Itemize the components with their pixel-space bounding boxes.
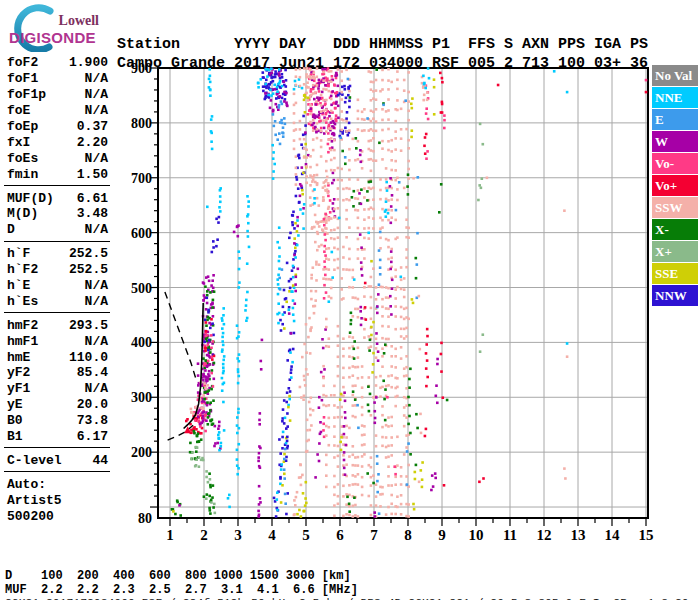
echo-cluster-nne	[206, 206, 209, 209]
y-tick-label: 700	[131, 171, 152, 186]
y-tick-label: 600	[131, 226, 152, 241]
x-tick-label: 5	[302, 527, 310, 543]
x-tick-label: 6	[336, 527, 344, 543]
x-tick-label: 4	[268, 527, 276, 543]
x-tick-label: 11	[503, 527, 517, 543]
y-tick-label: 80	[138, 511, 152, 526]
echo-cluster-vo-	[386, 396, 389, 399]
y-tick-label: 200	[131, 445, 152, 460]
x-tick-label: 10	[469, 527, 484, 543]
muf-scale-row: MUF 2.2 2.2 2.3 2.5 2.7 3.1 4.1 6.6 [MHz…	[5, 583, 358, 597]
ionogram-app: Lowell DIGISONDE Station YYYY DAY DDD HH…	[0, 0, 700, 600]
y-tick-label: 500	[131, 281, 152, 296]
x-tick-label: 15	[639, 527, 654, 543]
y-tick-label: 400	[131, 335, 152, 350]
x-tick-label: 14	[605, 527, 621, 543]
y-tick-label: 900	[131, 61, 152, 76]
plot-area	[158, 68, 648, 518]
x-tick-label: 8	[404, 527, 412, 543]
echo-cluster-vo+	[443, 484, 446, 487]
x-tick-label: 2	[200, 527, 208, 543]
ionogram-plot: 9008007006005004003002008012345678910111…	[0, 0, 700, 600]
y-tick-label: 300	[131, 390, 152, 405]
x-tick-label: 7	[370, 527, 378, 543]
distance-scale-row: D 100 200 400 600 800 1000 1500 3000 [km…	[5, 569, 351, 583]
x-tick-label: 13	[571, 527, 586, 543]
x-tick-label: 12	[537, 527, 552, 543]
x-tick-label: 9	[438, 527, 446, 543]
x-tick-label: 1	[166, 527, 174, 543]
echo-cluster-ssw	[412, 177, 415, 180]
x-tick-label: 3	[234, 527, 242, 543]
y-tick-label: 800	[131, 116, 152, 131]
